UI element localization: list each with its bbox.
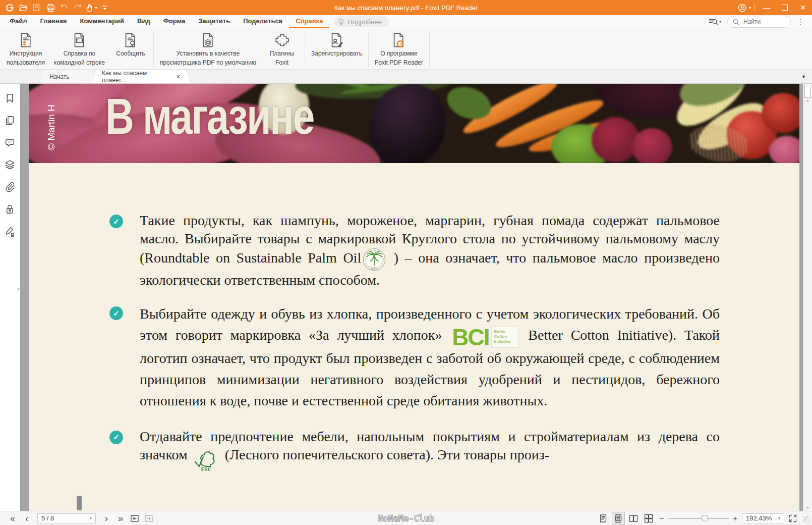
minimize-button[interactable]: — <box>758 0 776 15</box>
find-input[interactable] <box>742 18 780 26</box>
tab-document[interactable]: Как мы спасаем планет...✕ <box>92 70 191 83</box>
close-button[interactable]: ✕ <box>794 0 812 15</box>
window-resize-grip[interactable] <box>803 516 810 523</box>
customize-toolbar-button[interactable] <box>99 2 111 14</box>
scrollbar-thumb[interactable] <box>804 85 811 98</box>
continuous-view-button[interactable] <box>612 512 625 525</box>
rspo-logo: RSPO <box>363 248 386 271</box>
menu-item-protect[interactable]: Защитить <box>192 15 237 28</box>
maximize-button[interactable] <box>776 0 794 15</box>
menu-item-share[interactable]: Поделиться <box>237 15 289 28</box>
redo-button[interactable] <box>72 2 84 14</box>
svg-text:RSPO: RSPO <box>371 268 378 270</box>
open-file-button[interactable] <box>17 2 29 14</box>
photo-shape <box>592 117 640 163</box>
next-page-button[interactable]: › <box>100 513 113 523</box>
menu-item-help[interactable]: Справка <box>289 15 329 28</box>
first-page-button[interactable]: « <box>6 513 19 523</box>
menu-item-form[interactable]: Форма <box>157 15 192 28</box>
plugins-icon <box>274 32 291 48</box>
check-bullet-icon: ✓ <box>109 306 123 320</box>
horizontal-scrollbar-thumb[interactable] <box>77 496 82 510</box>
hand-tool-button[interactable]: ▾ <box>85 2 97 14</box>
attachments-icon <box>4 181 16 193</box>
account-button[interactable] <box>736 2 748 14</box>
previous-view-button[interactable] <box>130 513 140 523</box>
ribbon-button-command-line-help[interactable]: C:\Справка покомандной строке <box>49 28 109 69</box>
svg-text:C:\: C:\ <box>77 39 82 42</box>
tell-me-box[interactable]: Подробнее <box>334 16 388 27</box>
status-bar: « ‹ 5 / 8 ▾ › » NoNaMe-Club − + 192,43% … <box>0 511 812 525</box>
close-tab-icon[interactable]: ✕ <box>172 74 181 80</box>
scroll-up-icon[interactable]: ⌃ <box>803 99 812 105</box>
vertical-scrollbar[interactable]: ⌃ ⌄ <box>803 84 812 511</box>
about-icon <box>390 32 407 48</box>
foxit-pdf-reader-window: { "titlebar": { "title": "Как мы спасаем… <box>0 0 812 525</box>
header-image: © Martin H В магазине <box>29 84 799 163</box>
zoom-out-button[interactable]: − <box>659 514 665 522</box>
attachments-panel-button[interactable] <box>4 181 16 193</box>
undo-button[interactable] <box>58 2 70 14</box>
zoom-in-button[interactable]: + <box>732 514 738 522</box>
ribbon-button-about[interactable]: О программеFoxit PDF Reader <box>370 28 428 69</box>
svg-text:FSC: FSC <box>201 466 211 472</box>
pages-icon <box>4 115 16 126</box>
ribbon-button-user-guide[interactable]: Инструкцияпользователя <box>2 28 49 69</box>
scroll-down-icon[interactable]: ⌄ <box>803 504 812 509</box>
search-icon <box>732 18 740 26</box>
panel-expander-icon[interactable]: › <box>17 285 19 292</box>
signature-icon <box>4 226 16 237</box>
window-controls: ▾ — ✕ <box>736 0 812 15</box>
view-controls: − + 192,43% ▾ <box>597 512 812 525</box>
menu-item-comment[interactable]: Комментарий <box>73 15 131 28</box>
menu-item-file[interactable]: Файл <box>3 15 34 28</box>
page-number-box[interactable]: 5 / 8 ▾ <box>37 513 96 523</box>
ribbon-group-separator <box>429 31 430 67</box>
menu-item-view[interactable]: Вид <box>131 15 157 28</box>
fullscreen-button[interactable] <box>788 513 798 523</box>
previous-page-button[interactable]: ‹ <box>20 513 33 523</box>
bookmarks-panel-button[interactable] <box>4 92 16 104</box>
pages-panel-button[interactable] <box>4 115 16 126</box>
continuous-facing-view-button[interactable] <box>642 512 655 525</box>
maximize-icon <box>782 5 788 11</box>
signature-panel-button[interactable] <box>4 226 16 237</box>
security-panel-button[interactable] <box>4 203 16 215</box>
facing-pages-view-button[interactable] <box>627 512 640 525</box>
fsc-logo: FSC <box>193 446 219 465</box>
titlebar-separator <box>754 4 755 11</box>
account-caret-icon[interactable]: ▾ <box>749 6 751 10</box>
document-area[interactable]: © Martin H В магазине ✓Такие продукты, к… <box>20 84 803 511</box>
zoom-box-caret-icon[interactable]: ▾ <box>778 516 780 520</box>
search-settings-icon <box>708 17 718 27</box>
noname-club-watermark: NoNaMe-Club <box>378 513 435 523</box>
foxit-logo[interactable] <box>4 2 16 14</box>
tab-start[interactable]: Начать <box>39 70 96 83</box>
layers-panel-button[interactable] <box>4 159 16 171</box>
page-box-caret-icon[interactable]: ▾ <box>90 516 92 520</box>
more-options-button[interactable]: ⋮ <box>797 18 804 26</box>
advanced-search-button[interactable]: ▾ <box>708 17 721 27</box>
next-view-button[interactable] <box>144 513 154 523</box>
zoom-slider[interactable] <box>668 518 729 519</box>
report-issue-icon <box>122 32 139 48</box>
single-page-view-button[interactable] <box>597 512 610 525</box>
comments-panel-button[interactable] <box>4 137 16 148</box>
ribbon-button-report[interactable]: Сообщить <box>109 28 152 69</box>
paragraph-better-cotton: ✓Выбирайте одежду и обувь из хлопка, про… <box>29 303 799 411</box>
window-title: Как мы спасаем планету.pdf - Foxit PDF R… <box>334 4 478 12</box>
command-line-help-icon: C:\ <box>71 32 88 48</box>
save-button[interactable] <box>31 2 43 14</box>
print-button[interactable] <box>44 2 56 14</box>
zoom-level-box[interactable]: 192,43% ▾ <box>742 513 784 523</box>
page-text: ✓Такие продукты, как шампунь, мороженое,… <box>29 163 799 480</box>
paragraph-palm-oil: ✓Такие продукты, как шампунь, мороженое,… <box>29 212 799 289</box>
ribbon-button-register[interactable]: Зарегистрировать <box>307 28 367 69</box>
find-search-box[interactable] <box>727 16 791 28</box>
last-page-button[interactable]: » <box>114 513 127 523</box>
ribbon-button-foxit-plugins[interactable]: ПлагиныFoxit <box>261 28 303 69</box>
ribbon-button-set-default-viewer[interactable]: Установить в качествепросмотрщика PDF по… <box>155 28 261 69</box>
menu-item-home[interactable]: Главная <box>34 15 74 28</box>
zoom-slider-knob[interactable] <box>702 515 708 521</box>
collapse-ribbon-button[interactable]: ▼ <box>801 74 806 79</box>
